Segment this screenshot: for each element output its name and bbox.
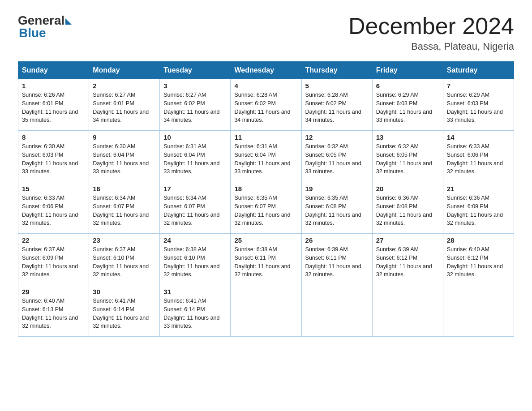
day-number: 1 — [22, 82, 85, 90]
day-number: 21 — [447, 185, 510, 193]
day-info: Sunrise: 6:29 AMSunset: 6:03 PMDaylight:… — [447, 92, 503, 123]
calendar-week-row: 15 Sunrise: 6:33 AMSunset: 6:06 PMDaylig… — [18, 182, 514, 234]
month-title: December 2024 — [348, 13, 514, 39]
day-info: Sunrise: 6:33 AMSunset: 6:06 PMDaylight:… — [447, 143, 503, 175]
calendar-cell: 12 Sunrise: 6:32 AMSunset: 6:05 PMDaylig… — [301, 131, 372, 182]
calendar-cell: 26 Sunrise: 6:39 AMSunset: 6:11 PMDaylig… — [301, 234, 372, 285]
day-info: Sunrise: 6:37 AMSunset: 6:09 PMDaylight:… — [22, 246, 78, 278]
header-wednesday: Wednesday — [231, 62, 301, 79]
calendar-cell: 16 Sunrise: 6:34 AMSunset: 6:07 PMDaylig… — [89, 182, 160, 234]
day-info: Sunrise: 6:39 AMSunset: 6:12 PMDaylight:… — [376, 246, 432, 278]
header-tuesday: Tuesday — [160, 62, 231, 79]
day-number: 15 — [22, 185, 85, 193]
calendar-cell: 28 Sunrise: 6:40 AMSunset: 6:12 PMDaylig… — [443, 234, 514, 285]
day-info: Sunrise: 6:39 AMSunset: 6:11 PMDaylight:… — [305, 246, 361, 278]
calendar-cell — [372, 285, 443, 337]
day-info: Sunrise: 6:28 AMSunset: 6:02 PMDaylight:… — [234, 92, 290, 123]
day-number: 4 — [234, 82, 297, 90]
calendar-week-row: 22 Sunrise: 6:37 AMSunset: 6:09 PMDaylig… — [18, 234, 514, 285]
day-number: 22 — [22, 236, 85, 244]
title-area: December 2024 Bassa, Plateau, Nigeria — [348, 13, 514, 52]
day-number: 28 — [447, 236, 510, 244]
calendar-cell: 31 Sunrise: 6:41 AMSunset: 6:14 PMDaylig… — [160, 285, 231, 337]
calendar-cell: 14 Sunrise: 6:33 AMSunset: 6:06 PMDaylig… — [443, 131, 514, 182]
calendar-cell: 18 Sunrise: 6:35 AMSunset: 6:07 PMDaylig… — [231, 182, 301, 234]
calendar-cell: 2 Sunrise: 6:27 AMSunset: 6:01 PMDayligh… — [89, 79, 160, 131]
calendar-cell — [443, 285, 514, 337]
logo-blue-text: Blue — [19, 26, 72, 40]
calendar-cell — [301, 285, 372, 337]
day-number: 2 — [93, 82, 156, 90]
day-info: Sunrise: 6:41 AMSunset: 6:14 PMDaylight:… — [163, 298, 219, 329]
calendar-cell: 21 Sunrise: 6:36 AMSunset: 6:09 PMDaylig… — [443, 182, 514, 234]
calendar-cell: 3 Sunrise: 6:27 AMSunset: 6:02 PMDayligh… — [160, 79, 231, 131]
calendar-cell: 1 Sunrise: 6:26 AMSunset: 6:01 PMDayligh… — [18, 79, 89, 131]
day-number: 20 — [376, 185, 439, 193]
calendar-cell — [231, 285, 301, 337]
calendar-table: SundayMondayTuesdayWednesdayThursdayFrid… — [18, 61, 514, 337]
day-info: Sunrise: 6:30 AMSunset: 6:04 PMDaylight:… — [93, 143, 149, 175]
day-info: Sunrise: 6:36 AMSunset: 6:08 PMDaylight:… — [376, 195, 432, 226]
calendar-cell: 7 Sunrise: 6:29 AMSunset: 6:03 PMDayligh… — [443, 79, 514, 131]
day-info: Sunrise: 6:29 AMSunset: 6:03 PMDaylight:… — [376, 92, 432, 123]
day-info: Sunrise: 6:27 AMSunset: 6:01 PMDaylight:… — [93, 92, 149, 123]
day-info: Sunrise: 6:30 AMSunset: 6:03 PMDaylight:… — [22, 143, 78, 175]
calendar-cell: 30 Sunrise: 6:41 AMSunset: 6:14 PMDaylig… — [89, 285, 160, 337]
day-number: 16 — [93, 185, 156, 193]
day-number: 18 — [234, 185, 297, 193]
calendar-cell: 5 Sunrise: 6:28 AMSunset: 6:02 PMDayligh… — [301, 79, 372, 131]
calendar-cell: 9 Sunrise: 6:30 AMSunset: 6:04 PMDayligh… — [89, 131, 160, 182]
day-number: 14 — [447, 133, 510, 141]
header-friday: Friday — [372, 62, 443, 79]
day-number: 10 — [163, 133, 227, 141]
calendar-cell: 4 Sunrise: 6:28 AMSunset: 6:02 PMDayligh… — [231, 79, 301, 131]
location-label: Bassa, Plateau, Nigeria — [348, 41, 514, 52]
day-info: Sunrise: 6:32 AMSunset: 6:05 PMDaylight:… — [376, 143, 432, 175]
header-monday: Monday — [89, 62, 160, 79]
calendar-cell: 17 Sunrise: 6:34 AMSunset: 6:07 PMDaylig… — [160, 182, 231, 234]
day-info: Sunrise: 6:31 AMSunset: 6:04 PMDaylight:… — [163, 143, 219, 175]
day-number: 9 — [93, 133, 156, 141]
calendar-header-row: SundayMondayTuesdayWednesdayThursdayFrid… — [18, 62, 514, 79]
day-info: Sunrise: 6:33 AMSunset: 6:06 PMDaylight:… — [22, 195, 78, 226]
day-number: 19 — [305, 185, 369, 193]
day-info: Sunrise: 6:37 AMSunset: 6:10 PMDaylight:… — [93, 246, 149, 278]
day-number: 31 — [163, 288, 227, 295]
day-info: Sunrise: 6:34 AMSunset: 6:07 PMDaylight:… — [163, 195, 219, 226]
calendar-cell: 8 Sunrise: 6:30 AMSunset: 6:03 PMDayligh… — [18, 131, 89, 182]
header-sunday: Sunday — [18, 62, 89, 79]
day-number: 23 — [93, 236, 156, 244]
header-thursday: Thursday — [301, 62, 372, 79]
day-info: Sunrise: 6:38 AMSunset: 6:11 PMDaylight:… — [234, 246, 290, 278]
calendar-cell: 20 Sunrise: 6:36 AMSunset: 6:08 PMDaylig… — [372, 182, 443, 234]
day-number: 5 — [305, 82, 369, 90]
day-number: 7 — [447, 82, 510, 90]
calendar-cell: 24 Sunrise: 6:38 AMSunset: 6:10 PMDaylig… — [160, 234, 231, 285]
page-header: General Blue December 2024 Bassa, Platea… — [18, 13, 514, 52]
header-saturday: Saturday — [443, 62, 514, 79]
day-number: 17 — [163, 185, 227, 193]
day-number: 13 — [376, 133, 439, 141]
calendar-cell: 10 Sunrise: 6:31 AMSunset: 6:04 PMDaylig… — [160, 131, 231, 182]
day-number: 25 — [234, 236, 297, 244]
day-number: 24 — [163, 236, 227, 244]
calendar-week-row: 8 Sunrise: 6:30 AMSunset: 6:03 PMDayligh… — [18, 131, 514, 182]
calendar-week-row: 1 Sunrise: 6:26 AMSunset: 6:01 PMDayligh… — [18, 79, 514, 131]
day-number: 29 — [22, 288, 85, 295]
day-info: Sunrise: 6:31 AMSunset: 6:04 PMDaylight:… — [234, 143, 290, 175]
day-info: Sunrise: 6:34 AMSunset: 6:07 PMDaylight:… — [93, 195, 149, 226]
day-info: Sunrise: 6:36 AMSunset: 6:09 PMDaylight:… — [447, 195, 503, 226]
day-number: 6 — [376, 82, 439, 90]
calendar-cell: 29 Sunrise: 6:40 AMSunset: 6:13 PMDaylig… — [18, 285, 89, 337]
logo-arrow-icon — [65, 18, 72, 25]
day-info: Sunrise: 6:32 AMSunset: 6:05 PMDaylight:… — [305, 143, 361, 175]
calendar-cell: 25 Sunrise: 6:38 AMSunset: 6:11 PMDaylig… — [231, 234, 301, 285]
day-info: Sunrise: 6:40 AMSunset: 6:13 PMDaylight:… — [22, 298, 78, 329]
day-info: Sunrise: 6:40 AMSunset: 6:12 PMDaylight:… — [447, 246, 503, 278]
day-number: 27 — [376, 236, 439, 244]
calendar-cell: 27 Sunrise: 6:39 AMSunset: 6:12 PMDaylig… — [372, 234, 443, 285]
calendar-week-row: 29 Sunrise: 6:40 AMSunset: 6:13 PMDaylig… — [18, 285, 514, 337]
day-number: 8 — [22, 133, 85, 141]
calendar-cell: 6 Sunrise: 6:29 AMSunset: 6:03 PMDayligh… — [372, 79, 443, 131]
day-number: 12 — [305, 133, 369, 141]
